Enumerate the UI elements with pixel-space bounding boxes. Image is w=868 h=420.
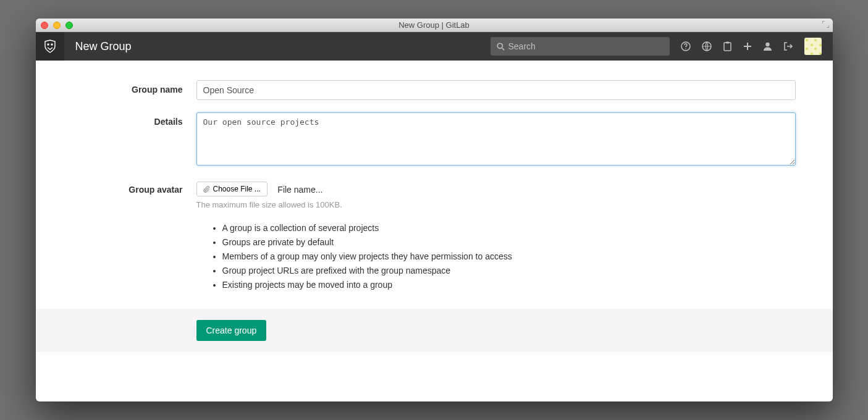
file-name-text: File name... <box>277 185 322 195</box>
svg-point-9 <box>765 43 769 46</box>
window-titlebar: New Group | GitLab <box>36 19 833 32</box>
svg-line-3 <box>502 48 504 49</box>
logout-icon[interactable] <box>783 42 793 51</box>
list-item: Groups are private by default <box>222 236 796 249</box>
fullscreen-icon[interactable] <box>822 21 829 29</box>
svg-point-5 <box>685 48 686 49</box>
nav-icon-group <box>681 38 833 55</box>
svg-point-1 <box>51 44 53 45</box>
group-avatar-label: Group avatar <box>73 180 196 195</box>
form-footer: Create group <box>36 309 833 352</box>
svg-point-0 <box>48 44 49 45</box>
user-avatar[interactable] <box>804 38 822 55</box>
list-item: Existing projects may be moved into a gr… <box>222 279 796 292</box>
list-item: A group is a collection of several proje… <box>222 222 796 235</box>
page-title: New Group <box>75 40 132 53</box>
search-box[interactable] <box>491 37 670 56</box>
svg-rect-7 <box>724 43 731 51</box>
choose-file-button[interactable]: Choose File ... <box>196 182 268 196</box>
top-navbar: New Group <box>36 32 833 61</box>
group-info-list: A group is a collection of several proje… <box>73 222 796 292</box>
globe-icon[interactable] <box>702 41 712 51</box>
list-item: Members of a group may only view project… <box>222 250 796 263</box>
svg-point-2 <box>497 43 502 48</box>
user-icon[interactable] <box>763 41 772 51</box>
paperclip-icon <box>203 186 210 193</box>
group-name-label: Group name <box>73 80 196 94</box>
search-input[interactable] <box>508 41 664 51</box>
window-title: New Group | GitLab <box>36 20 833 30</box>
search-icon <box>497 43 505 51</box>
plus-icon[interactable] <box>743 42 752 51</box>
choose-file-label: Choose File ... <box>213 185 261 193</box>
details-textarea[interactable] <box>196 112 796 166</box>
app-window: New Group | GitLab New Group <box>36 19 833 401</box>
form-content: Group name Details Group avatar Choose F… <box>36 61 833 292</box>
file-size-hint: The maximum file size allowed is 100KB. <box>196 200 796 209</box>
gitlab-logo-icon[interactable] <box>36 32 64 61</box>
clipboard-icon[interactable] <box>723 41 732 51</box>
details-label: Details <box>73 112 196 127</box>
help-icon[interactable] <box>681 41 691 51</box>
group-name-input[interactable] <box>196 80 796 100</box>
svg-rect-8 <box>726 42 729 44</box>
create-group-button[interactable]: Create group <box>196 320 267 341</box>
list-item: Group project URLs are prefixed with the… <box>222 264 796 277</box>
